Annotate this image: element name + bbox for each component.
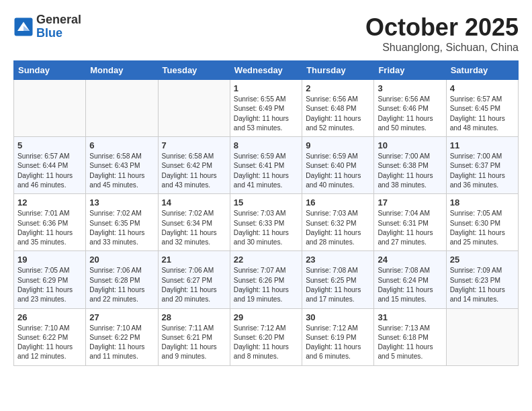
calendar-cell: 29Sunrise: 7:12 AM Sunset: 6:20 PM Dayli…: [230, 308, 302, 365]
day-info: Sunrise: 6:58 AM Sunset: 6:43 PM Dayligh…: [89, 152, 154, 190]
day-info: Sunrise: 7:12 AM Sunset: 6:19 PM Dayligh…: [306, 324, 370, 362]
calendar-cell: 30Sunrise: 7:12 AM Sunset: 6:19 PM Dayli…: [302, 308, 374, 365]
week-row-1: 1Sunrise: 6:55 AM Sunset: 6:49 PM Daylig…: [14, 80, 519, 137]
calendar-cell: 14Sunrise: 7:02 AM Sunset: 6:34 PM Dayli…: [158, 194, 230, 251]
weekday-header-row: SundayMondayTuesdayWednesdayThursdayFrid…: [14, 61, 519, 80]
weekday-header-saturday: Saturday: [446, 61, 518, 80]
calendar-cell: 2Sunrise: 6:56 AM Sunset: 6:48 PM Daylig…: [302, 80, 374, 137]
day-number: 11: [450, 140, 515, 150]
calendar-cell: 16Sunrise: 7:03 AM Sunset: 6:32 PM Dayli…: [302, 194, 374, 251]
calendar-cell: 23Sunrise: 7:08 AM Sunset: 6:25 PM Dayli…: [302, 251, 374, 308]
calendar-cell: [86, 80, 158, 137]
day-number: 8: [234, 140, 298, 150]
day-number: 2: [306, 83, 370, 93]
month-title: October 2025: [365, 13, 519, 42]
day-info: Sunrise: 7:10 AM Sunset: 6:22 PM Dayligh…: [17, 324, 82, 362]
day-info: Sunrise: 7:07 AM Sunset: 6:26 PM Dayligh…: [234, 266, 298, 304]
weekday-header-sunday: Sunday: [14, 61, 86, 80]
day-number: 27: [89, 312, 154, 322]
day-info: Sunrise: 7:08 AM Sunset: 6:24 PM Dayligh…: [378, 266, 442, 304]
week-row-5: 26Sunrise: 7:10 AM Sunset: 6:22 PM Dayli…: [14, 308, 519, 365]
day-info: Sunrise: 6:56 AM Sunset: 6:48 PM Dayligh…: [306, 95, 370, 133]
day-number: 17: [378, 197, 442, 208]
day-number: 9: [306, 140, 370, 150]
day-info: Sunrise: 7:00 AM Sunset: 6:38 PM Dayligh…: [378, 152, 442, 190]
logo-icon: [13, 17, 34, 37]
day-info: Sunrise: 7:13 AM Sunset: 6:18 PM Dayligh…: [378, 324, 442, 362]
calendar-cell: 20Sunrise: 7:06 AM Sunset: 6:28 PM Dayli…: [86, 251, 158, 308]
week-row-4: 19Sunrise: 7:05 AM Sunset: 6:29 PM Dayli…: [14, 251, 519, 308]
day-info: Sunrise: 7:11 AM Sunset: 6:21 PM Dayligh…: [162, 324, 226, 362]
weekday-header-wednesday: Wednesday: [230, 61, 302, 80]
calendar-cell: 18Sunrise: 7:05 AM Sunset: 6:30 PM Dayli…: [446, 194, 518, 251]
day-info: Sunrise: 7:00 AM Sunset: 6:37 PM Dayligh…: [450, 152, 515, 190]
day-info: Sunrise: 6:55 AM Sunset: 6:49 PM Dayligh…: [234, 95, 298, 133]
calendar-cell: 25Sunrise: 7:09 AM Sunset: 6:23 PM Dayli…: [446, 251, 518, 308]
day-number: 30: [306, 312, 370, 322]
location-title: Shuanglong, Sichuan, China: [365, 42, 519, 54]
calendar-cell: 3Sunrise: 6:56 AM Sunset: 6:46 PM Daylig…: [374, 80, 446, 137]
calendar-cell: 4Sunrise: 6:57 AM Sunset: 6:45 PM Daylig…: [446, 80, 518, 137]
day-info: Sunrise: 7:05 AM Sunset: 6:30 PM Dayligh…: [450, 209, 515, 247]
day-info: Sunrise: 6:57 AM Sunset: 6:45 PM Dayligh…: [450, 95, 515, 133]
day-number: 28: [162, 312, 226, 322]
day-number: 31: [378, 312, 442, 322]
weekday-header-monday: Monday: [86, 61, 158, 80]
day-info: Sunrise: 7:01 AM Sunset: 6:36 PM Dayligh…: [17, 209, 82, 247]
day-info: Sunrise: 7:03 AM Sunset: 6:33 PM Dayligh…: [234, 209, 298, 247]
day-info: Sunrise: 6:59 AM Sunset: 6:41 PM Dayligh…: [234, 152, 298, 190]
day-number: 6: [89, 140, 154, 150]
calendar-cell: 9Sunrise: 6:59 AM Sunset: 6:40 PM Daylig…: [302, 137, 374, 194]
day-number: 22: [234, 255, 298, 265]
day-info: Sunrise: 7:02 AM Sunset: 6:34 PM Dayligh…: [162, 209, 226, 247]
day-number: 21: [162, 255, 226, 265]
calendar-cell: 17Sunrise: 7:04 AM Sunset: 6:31 PM Dayli…: [374, 194, 446, 251]
calendar-cell: 21Sunrise: 7:06 AM Sunset: 6:27 PM Dayli…: [158, 251, 230, 308]
weekday-header-tuesday: Tuesday: [158, 61, 230, 80]
calendar-cell: 15Sunrise: 7:03 AM Sunset: 6:33 PM Dayli…: [230, 194, 302, 251]
calendar-cell: 11Sunrise: 7:00 AM Sunset: 6:37 PM Dayli…: [446, 137, 518, 194]
page-header: General Blue October 2025 Shuanglong, Si…: [13, 13, 519, 54]
calendar-cell: 10Sunrise: 7:00 AM Sunset: 6:38 PM Dayli…: [374, 137, 446, 194]
weekday-header-thursday: Thursday: [302, 61, 374, 80]
calendar-cell: 13Sunrise: 7:02 AM Sunset: 6:35 PM Dayli…: [86, 194, 158, 251]
day-info: Sunrise: 7:06 AM Sunset: 6:28 PM Dayligh…: [89, 266, 154, 304]
day-info: Sunrise: 7:08 AM Sunset: 6:25 PM Dayligh…: [306, 266, 370, 304]
calendar-cell: 8Sunrise: 6:59 AM Sunset: 6:41 PM Daylig…: [230, 137, 302, 194]
day-number: 16: [306, 197, 370, 208]
day-number: 25: [450, 255, 515, 265]
calendar-cell: [14, 80, 86, 137]
calendar-cell: 31Sunrise: 7:13 AM Sunset: 6:18 PM Dayli…: [374, 308, 446, 365]
day-number: 10: [378, 140, 442, 150]
calendar-table: SundayMondayTuesdayWednesdayThursdayFrid…: [13, 60, 519, 366]
day-info: Sunrise: 7:06 AM Sunset: 6:27 PM Dayligh…: [162, 266, 226, 304]
day-number: 14: [162, 197, 226, 208]
day-number: 5: [17, 140, 82, 150]
day-info: Sunrise: 7:10 AM Sunset: 6:22 PM Dayligh…: [89, 324, 154, 362]
week-row-2: 5Sunrise: 6:57 AM Sunset: 6:44 PM Daylig…: [14, 137, 519, 194]
day-number: 20: [89, 255, 154, 265]
day-info: Sunrise: 7:04 AM Sunset: 6:31 PM Dayligh…: [378, 209, 442, 247]
calendar-cell: 28Sunrise: 7:11 AM Sunset: 6:21 PM Dayli…: [158, 308, 230, 365]
day-number: 26: [17, 312, 82, 322]
day-number: 24: [378, 255, 442, 265]
calendar-cell: 1Sunrise: 6:55 AM Sunset: 6:49 PM Daylig…: [230, 80, 302, 137]
day-number: 4: [450, 83, 515, 93]
day-number: 1: [234, 83, 298, 93]
calendar-cell: [158, 80, 230, 137]
calendar-cell: 19Sunrise: 7:05 AM Sunset: 6:29 PM Dayli…: [14, 251, 86, 308]
title-block: October 2025 Shuanglong, Sichuan, China: [365, 13, 519, 54]
day-info: Sunrise: 6:58 AM Sunset: 6:42 PM Dayligh…: [162, 152, 226, 190]
day-number: 7: [162, 140, 226, 150]
calendar-cell: 5Sunrise: 6:57 AM Sunset: 6:44 PM Daylig…: [14, 137, 86, 194]
day-info: Sunrise: 7:12 AM Sunset: 6:20 PM Dayligh…: [234, 324, 298, 362]
calendar-cell: 24Sunrise: 7:08 AM Sunset: 6:24 PM Dayli…: [374, 251, 446, 308]
day-info: Sunrise: 7:02 AM Sunset: 6:35 PM Dayligh…: [89, 209, 154, 247]
day-number: 23: [306, 255, 370, 265]
day-number: 19: [17, 255, 82, 265]
day-number: 29: [234, 312, 298, 322]
calendar-cell: 27Sunrise: 7:10 AM Sunset: 6:22 PM Dayli…: [86, 308, 158, 365]
day-number: 3: [378, 83, 442, 93]
day-info: Sunrise: 7:05 AM Sunset: 6:29 PM Dayligh…: [17, 266, 82, 304]
day-number: 13: [89, 197, 154, 208]
